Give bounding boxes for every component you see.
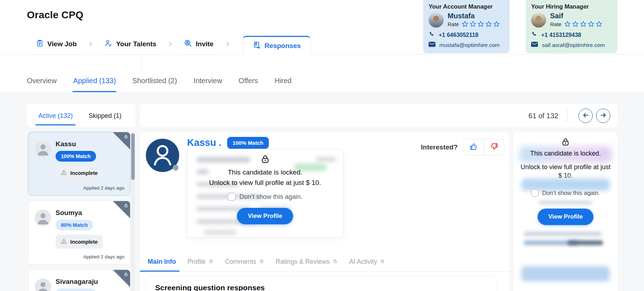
tab-skipped-candidates[interactable]: Skipped (1) bbox=[89, 104, 121, 128]
tab-label: Comments bbox=[225, 258, 256, 266]
divider bbox=[567, 110, 567, 122]
lock-icon bbox=[260, 154, 271, 166]
thumbs-down-button[interactable] bbox=[484, 139, 504, 155]
scrollbar-thumb[interactable] bbox=[131, 133, 135, 180]
wizard-step-view-job[interactable]: View Job bbox=[36, 39, 77, 52]
blurred-bar bbox=[521, 178, 610, 191]
blurred-bar bbox=[521, 266, 610, 281]
applied-timestamp: Applied 2 days ago bbox=[83, 185, 124, 191]
tab-hired[interactable]: Hired bbox=[275, 77, 292, 92]
phone-number: +1 4153129438 bbox=[541, 32, 581, 38]
person-check-icon bbox=[104, 39, 113, 49]
chevron-right-icon bbox=[87, 41, 94, 50]
star-icon bbox=[461, 20, 469, 28]
thumbs-down-icon bbox=[490, 142, 498, 152]
tab-active-candidates[interactable]: Active (132) bbox=[38, 104, 73, 128]
thumbs-up-button[interactable] bbox=[464, 139, 484, 155]
tab-interview[interactable]: Interview bbox=[194, 77, 222, 92]
tab-ai-activity[interactable]: AI Activity bbox=[349, 252, 385, 271]
lock-icon bbox=[259, 258, 264, 266]
locked-title: This candidate is locked. bbox=[228, 168, 302, 176]
tab-comments[interactable]: Comments bbox=[225, 252, 264, 271]
candidate-list-tabs: Active (132) Skipped (1) bbox=[27, 104, 135, 128]
account-manager-email[interactable]: mustafa@optimhire.com bbox=[429, 42, 504, 48]
hiring-manager-email[interactable]: saif.asraf@optimhire.com bbox=[531, 42, 612, 48]
pagination-position: 61 of 132 bbox=[529, 112, 558, 120]
lock-icon bbox=[560, 137, 571, 148]
star-icon bbox=[564, 20, 571, 28]
star-icon bbox=[587, 20, 595, 28]
rate-label: Rate bbox=[448, 21, 459, 27]
candidate-card-kassu[interactable]: Kassu 100% Match Incomplete Applied 2 da… bbox=[28, 132, 130, 196]
tab-overview[interactable]: Overview bbox=[27, 77, 57, 92]
account-manager-name: Mustafa bbox=[448, 12, 500, 20]
previous-candidate-button[interactable] bbox=[578, 109, 593, 123]
status-label: Incomplete bbox=[70, 239, 98, 245]
candidate-card-sivanagaraju[interactable]: Sivanagaraju 100% Match bbox=[28, 269, 130, 291]
chevron-right-icon bbox=[167, 41, 173, 50]
hiring-manager-phone[interactable]: +1 4153129438 bbox=[531, 31, 612, 39]
phone-number: +1 6463052118 bbox=[439, 32, 478, 38]
phone-icon bbox=[531, 31, 537, 39]
arrow-left-icon bbox=[582, 112, 589, 120]
interested-label: Interested? bbox=[421, 143, 458, 151]
candidate-card-soumya[interactable]: Soumya 80% Match Incomplete Applied 2 da… bbox=[28, 201, 130, 264]
wizard-step-invite[interactable]: Invite bbox=[184, 39, 214, 52]
wizard-step-your-talents[interactable]: Your Talents bbox=[104, 39, 156, 52]
blurred-text-line bbox=[204, 230, 237, 235]
warning-icon bbox=[61, 169, 67, 177]
candidate-name: Soumya bbox=[56, 209, 82, 217]
account-manager-phone[interactable]: +1 6463052118 bbox=[429, 31, 504, 39]
next-candidate-button[interactable] bbox=[596, 109, 610, 123]
hiring-manager-name: Saif bbox=[550, 12, 603, 20]
checkbox-label: Don’t show this again. bbox=[542, 190, 600, 196]
locked-subtitle: Unlock to view full profile at just $ 10… bbox=[209, 179, 321, 187]
tab-label: AI Activity bbox=[349, 258, 377, 266]
clipboard-icon bbox=[36, 39, 44, 49]
status-label: Incomplete bbox=[70, 170, 98, 176]
star-icon bbox=[477, 20, 485, 28]
blurred-text-line bbox=[567, 240, 603, 245]
star-icon bbox=[493, 20, 500, 28]
search-person-icon bbox=[184, 39, 192, 49]
rating-stars[interactable] bbox=[564, 20, 603, 28]
account-manager-avatar bbox=[429, 13, 444, 28]
candidate-name: Kassu bbox=[56, 140, 76, 148]
page-title: Oracle CPQ bbox=[27, 9, 84, 21]
tab-main-info[interactable]: Main Info bbox=[148, 252, 176, 271]
mail-icon bbox=[531, 42, 538, 48]
screening-responses-section: Screening question responses bbox=[146, 276, 497, 291]
tab-offers[interactable]: Offers bbox=[239, 77, 258, 92]
star-icon bbox=[579, 20, 587, 28]
wizard-step-label: View Job bbox=[47, 40, 77, 48]
email-address: mustafa@optimhire.com bbox=[439, 42, 500, 48]
dont-show-again-checkbox[interactable] bbox=[531, 189, 539, 197]
lock-icon bbox=[380, 258, 385, 266]
star-icon bbox=[485, 20, 492, 28]
view-profile-button[interactable]: View Profile bbox=[538, 209, 593, 225]
star-icon bbox=[469, 20, 477, 28]
match-badge: 100% Match bbox=[56, 151, 96, 162]
wizard-step-label: Your Talents bbox=[116, 40, 156, 48]
tab-applied[interactable]: Applied (133) bbox=[73, 77, 116, 92]
status-dot bbox=[173, 165, 178, 171]
view-profile-button[interactable]: View Profile bbox=[237, 208, 293, 224]
dont-show-again-checkbox[interactable] bbox=[228, 193, 235, 201]
star-icon bbox=[595, 20, 603, 28]
account-manager-title: Your Account Manager bbox=[429, 3, 504, 10]
status-badge: Incomplete bbox=[56, 235, 103, 249]
lock-icon bbox=[124, 134, 128, 140]
profile-tabs: Main Info Profile Comments Ratings & Rev… bbox=[140, 252, 509, 272]
tab-shortlisted[interactable]: Shortlisted (2) bbox=[132, 77, 177, 92]
tab-profile[interactable]: Profile bbox=[187, 252, 214, 271]
lock-icon bbox=[333, 258, 338, 266]
rating-stars[interactable] bbox=[461, 20, 500, 28]
tab-ratings-reviews[interactable]: Ratings & Reviews bbox=[276, 252, 338, 271]
status-badge: Incomplete bbox=[56, 166, 103, 180]
wizard-step-label: Invite bbox=[196, 40, 214, 48]
candidate-name: Sivanagaraju bbox=[56, 278, 98, 286]
hiring-manager-title: Your Hiring Manager bbox=[531, 3, 612, 10]
hiring-manager-card: Your Hiring Manager Saif Rate bbox=[526, 0, 617, 53]
wizard-step-responses[interactable]: Responses bbox=[243, 36, 311, 56]
locked-subtitle: Unlock to view full profile at just $ 10… bbox=[519, 163, 612, 180]
